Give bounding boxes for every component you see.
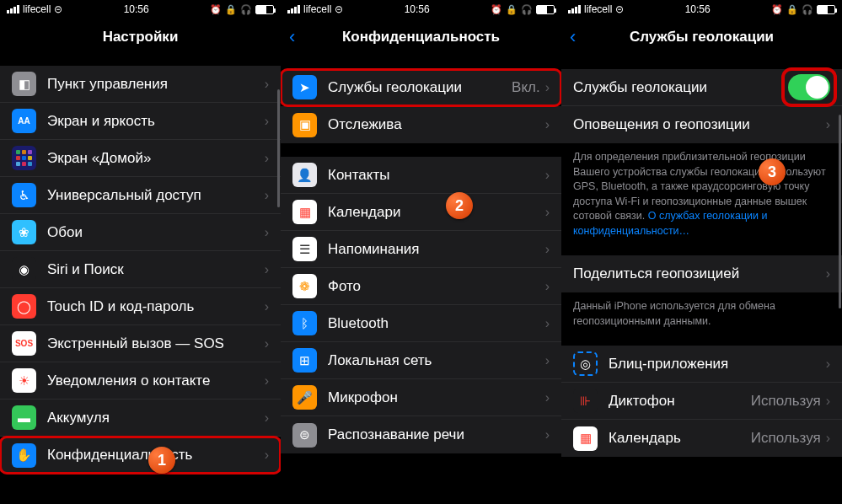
calendar-app-icon: ▦	[573, 426, 598, 451]
row-privacy[interactable]: ✋Конфиденциальность›	[0, 437, 281, 474]
row-label: Распознавание речи	[328, 426, 545, 443]
row-siri[interactable]: ◉Siri и Поиск›	[0, 251, 281, 288]
row-sos[interactable]: SOSЭкстренный вызов — SOS›	[0, 325, 281, 362]
row-label: Экстренный вызов — SOS	[47, 335, 265, 352]
bluetooth-icon: ᛒ	[292, 311, 317, 335]
chevron-icon: ›	[265, 410, 269, 426]
signal-icon	[568, 5, 581, 13]
row-label: Обои	[47, 224, 265, 241]
footer-link[interactable]: О службах геолокации и конфиденциальност…	[573, 210, 767, 237]
row-label: Touch ID и код-пароль	[47, 298, 265, 315]
app-clips-icon: ◎	[573, 351, 598, 376]
row-label: Siri и Поиск	[47, 261, 265, 278]
row-label: Диктофон	[609, 393, 751, 410]
row-accessibility[interactable]: ♿︎Универсальный доступ›	[0, 177, 281, 214]
row-voice-memos[interactable]: ⊪ДиктофонИспользуя›	[561, 383, 842, 420]
row-photos[interactable]: ❁Фото›	[281, 268, 561, 305]
row-label: Аккумуля	[47, 410, 265, 426]
group: Службы геолокацииОповещения о геопозиции…	[561, 69, 842, 143]
screen-settings: lifecell⊝ 10:56 ⏰🔒🎧 Настройки ◧Пункт упр…	[0, 0, 281, 504]
page-title: Службы геолокации	[630, 29, 774, 46]
row-label: Экран и яркость	[47, 113, 265, 130]
row-battery[interactable]: ▬Аккумуля›	[0, 399, 281, 437]
battery-icon	[255, 5, 274, 14]
row-label: Универсальный доступ	[47, 187, 265, 204]
status-bar: lifecell⊝ 10:56 ⏰🔒🎧	[281, 0, 561, 19]
chevron-icon: ›	[826, 394, 830, 409]
scrollbar[interactable]	[839, 115, 841, 308]
row-reminders[interactable]: ☰Напоминания›	[281, 231, 561, 268]
row-location-alerts[interactable]: Оповещения о геопозиции›	[561, 106, 842, 143]
row-label: Микрофон	[328, 389, 545, 406]
row-label: Поделиться геопозицией	[573, 265, 826, 282]
chevron-icon: ›	[265, 188, 269, 203]
chevron-icon: ›	[545, 117, 550, 132]
voice-memos-icon: ⊪	[573, 389, 598, 413]
battery-icon	[817, 5, 835, 14]
row-label: Календари	[328, 204, 545, 221]
row-calendar-app[interactable]: ▦КалендарьИспользуя›	[561, 420, 842, 457]
microphone-icon: 🎤	[292, 385, 317, 410]
scrollbar[interactable]	[277, 89, 280, 207]
row-share-location[interactable]: Поделиться геопозицией›	[561, 255, 842, 292]
status-time: 10:56	[405, 3, 430, 15]
battery-icon: ▬	[12, 405, 36, 430]
row-display[interactable]: AAЭкран и яркость›	[0, 103, 281, 140]
chevron-icon: ›	[265, 373, 269, 389]
chevron-icon: ›	[545, 205, 550, 220]
group-footer: Данный iPhone используется для обмена ге…	[561, 292, 842, 332]
row-label: Фото	[328, 278, 545, 295]
rotation-lock-icon: 🔒	[225, 4, 237, 15]
row-label: Службы геолокации	[573, 79, 788, 96]
signal-icon	[7, 5, 19, 13]
wifi-icon: ⊝	[335, 3, 343, 15]
chevron-icon: ›	[545, 242, 550, 257]
row-bluetooth[interactable]: ᛒBluetooth›	[281, 305, 561, 342]
step-badge-1: 1	[148, 447, 175, 474]
row-control-center[interactable]: ◧Пункт управления›	[0, 66, 281, 103]
row-label: Bluetooth	[328, 315, 545, 332]
row-exposure[interactable]: ☀Уведомления о контакте›	[0, 362, 281, 399]
group: ◎Блиц-приложения›⊪ДиктофонИспользуя›▦Кал…	[561, 346, 842, 457]
chevron-icon: ›	[265, 448, 269, 463]
row-wallpaper[interactable]: ❀Обои›	[0, 214, 281, 251]
row-detail: Вкл.	[512, 79, 540, 96]
chevron-icon: ›	[265, 262, 269, 277]
carrier: lifecell	[584, 3, 612, 15]
chevron-icon: ›	[826, 266, 830, 281]
chevron-icon: ›	[826, 117, 830, 132]
row-local-network[interactable]: ⊞Локальная сеть›	[281, 342, 561, 379]
chevron-icon: ›	[265, 336, 269, 351]
row-label: Напоминания	[328, 241, 545, 258]
location-services-icon: ➤	[292, 75, 317, 99]
nav-bar: ‹ Конфиденциальность	[281, 19, 561, 56]
row-location-toggle[interactable]: Службы геолокации	[561, 69, 842, 106]
row-app-clips[interactable]: ◎Блиц-приложения›	[561, 346, 842, 383]
location-toggle-toggle[interactable]	[788, 74, 830, 100]
chevron-icon: ›	[826, 431, 830, 446]
row-home-screen[interactable]: Экран «Домой»›	[0, 140, 281, 177]
row-tracking[interactable]: ▣Отслежива›	[281, 106, 561, 143]
signal-icon	[287, 5, 300, 13]
back-button[interactable]: ‹	[289, 26, 295, 48]
row-label: Оповещения о геопозиции	[573, 116, 826, 133]
status-time: 10:56	[124, 3, 149, 15]
row-label: Уведомления о контакте	[47, 373, 265, 389]
row-label: Отслежива	[328, 116, 545, 133]
row-location-services[interactable]: ➤Службы геолокацииВкл.›	[281, 69, 561, 106]
rotation-lock-icon: 🔒	[506, 4, 518, 15]
status-time: 10:56	[685, 3, 711, 15]
row-contacts[interactable]: 👤Контакты›	[281, 157, 561, 194]
row-label: Пункт управления	[47, 76, 265, 93]
row-microphone[interactable]: 🎤Микрофон›	[281, 379, 561, 416]
row-detail: Используя	[751, 393, 821, 410]
chevron-icon: ›	[265, 151, 269, 166]
step-badge-2: 2	[446, 192, 473, 219]
nav-bar: ‹ Службы геолокации	[561, 19, 842, 56]
back-button[interactable]: ‹	[570, 26, 576, 48]
row-touch-id[interactable]: ◯Touch ID и код-пароль›	[0, 288, 281, 325]
row-speech[interactable]: ⊜Распознавание речи›	[281, 416, 561, 453]
row-label: Контакты	[328, 167, 545, 184]
row-calendar[interactable]: ▦Календари›	[281, 194, 561, 231]
row-label: Службы геолокации	[328, 79, 512, 96]
